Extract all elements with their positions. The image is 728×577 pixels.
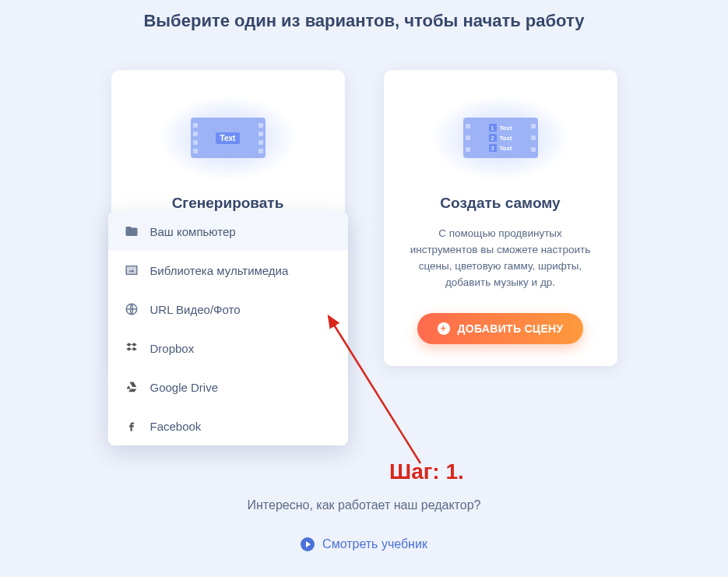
menu-item-url[interactable]: URL Видео/Фото — [108, 290, 348, 329]
preview-text-tag: Text — [216, 132, 241, 144]
menu-item-label: Библиотека мультимедиа — [150, 264, 289, 277]
menu-item-your-computer[interactable]: Ваш компьютер — [108, 212, 348, 251]
page-title: Выберите один из вариантов, чтобы начать… — [0, 0, 728, 31]
cards-row: Text Сгенерировать Ваш компьютер Библиот… — [0, 70, 728, 366]
menu-item-label: URL Видео/Фото — [150, 303, 241, 316]
play-icon — [301, 537, 315, 551]
menu-item-label: Ваш компьютер — [150, 225, 236, 238]
plus-icon: + — [438, 322, 450, 335]
film-strip-icon: Text — [191, 118, 266, 158]
annotation-label: Шаг: 1. — [389, 459, 464, 484]
film-strip-list-icon: 1Text 2Text 3Text — [463, 118, 538, 158]
library-icon — [124, 262, 139, 278]
upload-source-menu: Ваш компьютер Библиотека мультимедиа URL… — [108, 212, 348, 445]
card-generate-title: Сгенерировать — [127, 195, 329, 212]
add-scene-button[interactable]: + ДОБАВИТЬ СЦЕНУ — [417, 313, 584, 344]
card-manual-title: Создать самому — [399, 195, 602, 212]
footer: Интересно, как работает наш редактор? См… — [0, 498, 728, 551]
menu-item-google-drive[interactable]: Google Drive — [108, 368, 348, 406]
card-generate[interactable]: Text Сгенерировать Ваш компьютер Библиот… — [111, 70, 345, 366]
footer-question: Интересно, как работает наш редактор? — [0, 498, 728, 512]
menu-item-label: Google Drive — [150, 381, 219, 394]
facebook-icon — [124, 418, 139, 434]
watch-tutorial-link[interactable]: Смотреть учебник — [301, 537, 427, 551]
menu-item-dropbox[interactable]: Dropbox — [108, 329, 348, 368]
watch-tutorial-label: Смотреть учебник — [322, 537, 427, 551]
menu-item-media-library[interactable]: Библиотека мультимедиа — [108, 251, 348, 290]
globe-icon — [124, 301, 139, 317]
card-manual-preview: 1Text 2Text 3Text — [399, 87, 602, 188]
dropbox-icon — [124, 340, 139, 356]
menu-item-label: Dropbox — [150, 342, 195, 355]
card-manual[interactable]: 1Text 2Text 3Text Создать самому С помощ… — [384, 70, 617, 366]
gdrive-icon — [124, 379, 139, 395]
card-manual-description: С помощью продвинутых инструментов вы см… — [399, 226, 602, 291]
add-scene-button-label: ДОБАВИТЬ СЦЕНУ — [458, 322, 564, 335]
card-generate-preview: Text — [127, 87, 329, 188]
menu-item-facebook[interactable]: Facebook — [108, 406, 348, 445]
menu-item-label: Facebook — [150, 420, 202, 433]
folder-icon — [124, 223, 139, 239]
